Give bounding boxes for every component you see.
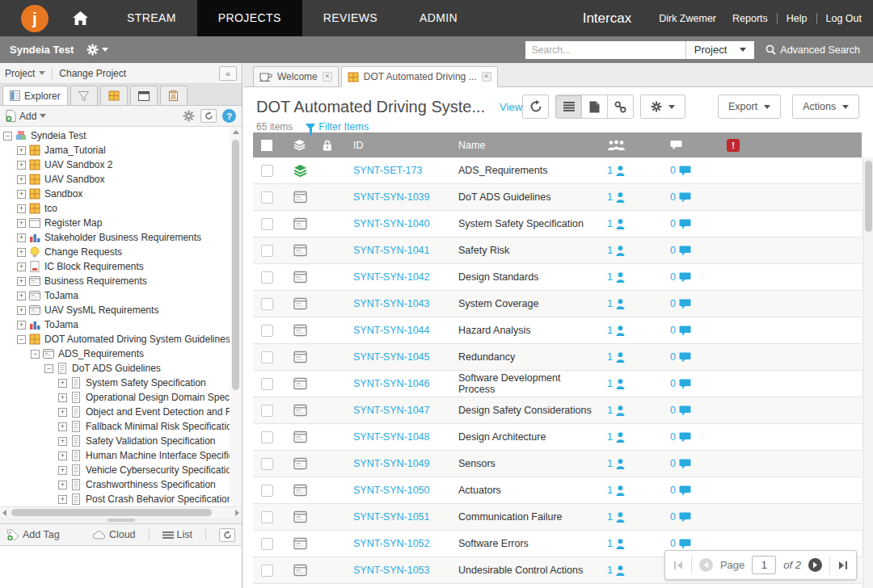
users-count[interactable]: 1 bbox=[594, 511, 659, 523]
users-count[interactable]: 1 bbox=[594, 405, 659, 416]
cloud-view-button[interactable]: Cloud bbox=[92, 529, 136, 540]
comments-count[interactable]: 0 bbox=[659, 298, 715, 309]
jama-logo[interactable]: j bbox=[21, 5, 48, 32]
expand-toggle-icon[interactable]: + bbox=[17, 146, 26, 155]
expand-toggle-icon[interactable]: + bbox=[17, 219, 26, 228]
users-count[interactable]: 1 bbox=[594, 245, 659, 256]
scroll-up-arrow-icon[interactable] bbox=[233, 130, 239, 134]
tree-item[interactable]: +UAV Sandbox 2 bbox=[0, 158, 230, 172]
expand-toggle-icon[interactable]: + bbox=[58, 379, 67, 388]
comments-count[interactable]: 0 bbox=[659, 325, 715, 336]
item-id-link[interactable]: SYNT-SYN-1053 bbox=[353, 565, 429, 576]
table-row[interactable]: SYNT-SYN-1044Hazard Analysis10 bbox=[253, 317, 862, 344]
tab-dot-automated-driving[interactable]: DOT Automated Driving ... ✕ bbox=[341, 66, 498, 87]
scroll-right-arrow-icon[interactable] bbox=[235, 510, 239, 516]
tab-filter[interactable] bbox=[70, 86, 98, 105]
reports-link[interactable]: Reports bbox=[732, 13, 768, 24]
document-view-toggle[interactable] bbox=[581, 94, 608, 119]
tab-components[interactable] bbox=[100, 86, 128, 105]
collapse-toggle-icon[interactable]: − bbox=[3, 132, 12, 141]
table-row[interactable]: SYNT-SYN-1043System Coverage10 bbox=[253, 291, 862, 317]
comments-count[interactable]: 0 bbox=[659, 191, 715, 203]
page-number-input[interactable] bbox=[752, 556, 776, 574]
row-checkbox[interactable] bbox=[261, 538, 273, 550]
table-row[interactable]: SYNT-SYN-1046Software Development Proces… bbox=[253, 371, 862, 397]
tree-item[interactable]: +UAV SysML Requirements bbox=[0, 303, 230, 317]
advanced-search-link[interactable]: Advanced Search bbox=[765, 44, 860, 56]
tree-item[interactable]: +ToJama bbox=[0, 288, 230, 303]
row-checkbox[interactable] bbox=[261, 431, 273, 443]
nav-reviews[interactable]: REVIEWS bbox=[302, 0, 399, 36]
item-id-link[interactable]: SYNT-SYN-1042 bbox=[353, 271, 429, 283]
tree-item[interactable]: +Stakeholder Business Requirements bbox=[0, 230, 230, 245]
users-column-icon[interactable] bbox=[594, 140, 659, 151]
expand-toggle-icon[interactable]: + bbox=[17, 204, 26, 213]
comments-count[interactable]: 0 bbox=[659, 458, 715, 469]
name-column-header[interactable]: Name bbox=[445, 140, 594, 151]
expand-toggle-icon[interactable]: + bbox=[17, 190, 26, 199]
table-scroll-thumb[interactable] bbox=[865, 161, 872, 232]
collapse-toggle-icon[interactable]: − bbox=[44, 364, 53, 373]
item-id-link[interactable]: SYNT-SYN-1041 bbox=[353, 245, 429, 256]
users-count[interactable]: 1 bbox=[594, 325, 659, 336]
actions-dropdown[interactable]: Actions bbox=[792, 94, 859, 119]
item-id-link[interactable]: SYNT-SYN-1049 bbox=[353, 458, 429, 469]
table-row[interactable]: SYNT-SYN-1049Sensors10 bbox=[253, 451, 862, 477]
item-id-link[interactable]: SYNT-SYN-1051 bbox=[353, 511, 429, 523]
collapse-panel-button[interactable]: « bbox=[219, 66, 237, 81]
tree-item[interactable]: +Human Machine Interface Specificatio bbox=[0, 448, 230, 463]
tree-item[interactable]: +Post Crash Behavior Specification bbox=[0, 492, 230, 506]
table-row[interactable]: SYNT-SET-173ADS_Requirements10 bbox=[253, 158, 862, 184]
tree-item[interactable]: +Crashworthiness Specification bbox=[0, 477, 230, 492]
item-id-link[interactable]: SYNT-SYN-1047 bbox=[353, 405, 429, 416]
item-id-link[interactable]: SYNT-SYN-1048 bbox=[353, 431, 429, 443]
item-id-link[interactable]: SYNT-SYN-1045 bbox=[353, 351, 429, 363]
comments-count[interactable]: 0 bbox=[659, 245, 715, 256]
expand-toggle-icon[interactable]: + bbox=[58, 408, 67, 417]
refresh-button[interactable] bbox=[522, 94, 549, 119]
tree-item[interactable]: −ADS_Requirements bbox=[0, 346, 230, 361]
tree-item[interactable]: +Operational Design Domain Specificat bbox=[0, 390, 230, 405]
item-id-link[interactable]: SYNT-SYN-1043 bbox=[353, 298, 429, 309]
expand-toggle-icon[interactable]: + bbox=[58, 393, 67, 402]
expand-toggle-icon[interactable]: + bbox=[17, 175, 26, 184]
row-checkbox[interactable] bbox=[261, 271, 273, 284]
filter-items-link[interactable]: Filter Items bbox=[306, 121, 369, 132]
item-id-link[interactable]: SYNT-SYN-1039 bbox=[353, 191, 429, 203]
tree-item[interactable]: +System Safety Specification bbox=[0, 376, 230, 390]
next-page-button[interactable] bbox=[808, 558, 822, 572]
refresh-tree-icon[interactable] bbox=[200, 109, 217, 123]
expand-toggle-icon[interactable]: + bbox=[58, 452, 67, 460]
item-id-link[interactable]: SYNT-SYN-1052 bbox=[353, 538, 429, 549]
add-item-button[interactable]: Add bbox=[6, 110, 46, 122]
tree-item[interactable]: +Safety Validation Specification bbox=[0, 434, 230, 448]
tab-clipboard[interactable] bbox=[160, 86, 188, 105]
expand-toggle-icon[interactable]: + bbox=[17, 321, 26, 330]
collapse-toggle-icon[interactable]: − bbox=[17, 335, 26, 344]
tree-item[interactable]: +Object and Event Detection and Resp bbox=[0, 405, 230, 419]
item-id-link[interactable]: SYNT-SET-173 bbox=[353, 165, 422, 176]
project-settings-gear-icon[interactable] bbox=[86, 44, 108, 56]
expand-toggle-icon[interactable]: + bbox=[17, 262, 26, 271]
tree-item[interactable]: +IC Block Requirements bbox=[0, 259, 230, 274]
search-scope-dropdown[interactable]: Project bbox=[685, 41, 754, 59]
project-menu[interactable]: Project bbox=[5, 68, 45, 79]
tree-vertical-scrollbar[interactable] bbox=[230, 127, 241, 506]
close-tab-icon[interactable]: ✕ bbox=[482, 72, 491, 82]
tree-item[interactable]: +Sandbox bbox=[0, 187, 230, 201]
comments-count[interactable]: 0 bbox=[659, 165, 715, 176]
row-checkbox[interactable] bbox=[261, 191, 273, 204]
add-tag-button[interactable]: Add Tag bbox=[6, 529, 60, 541]
table-row[interactable]: SYNT-SYN-1048Design Architecture10 bbox=[253, 424, 862, 451]
tab-welcome[interactable]: Welcome ✕ bbox=[253, 66, 339, 87]
view-link[interactable]: View bbox=[500, 101, 522, 113]
row-checkbox[interactable] bbox=[261, 458, 273, 470]
help-icon[interactable]: ? bbox=[222, 109, 236, 123]
tree-item[interactable]: −Syndeia Test bbox=[0, 128, 230, 143]
row-checkbox[interactable] bbox=[261, 351, 273, 363]
row-checkbox[interactable] bbox=[261, 485, 273, 497]
refresh-tags-icon[interactable] bbox=[219, 528, 235, 542]
users-count[interactable]: 1 bbox=[594, 378, 659, 389]
tree-item[interactable]: +Business Requirements bbox=[0, 274, 230, 288]
users-count[interactable]: 1 bbox=[594, 565, 659, 576]
